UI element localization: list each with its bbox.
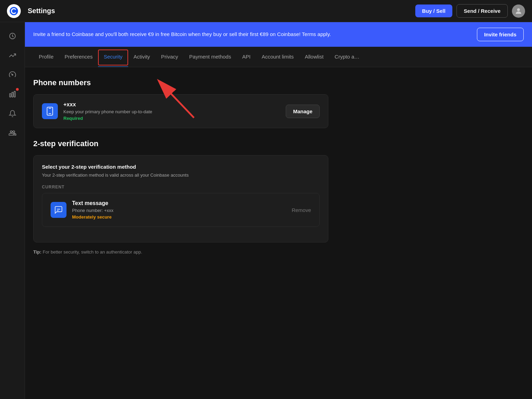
- svg-rect-6: [12, 92, 13, 97]
- header-actions: Buy / Sell Send / Receive: [415, 4, 525, 18]
- two-step-card: Select your 2-step verification method Y…: [33, 155, 328, 242]
- sidebar-item-portfolio[interactable]: [4, 66, 21, 83]
- sidebar-item-charts[interactable]: [4, 86, 21, 103]
- method-phone: Phone number: +xxx: [72, 208, 114, 213]
- tab-preferences[interactable]: Preferences: [59, 47, 98, 67]
- tab-privacy[interactable]: Privacy: [156, 47, 184, 67]
- tip-content: For better security, switch to an authen…: [43, 249, 142, 255]
- tab-payment-methods[interactable]: Payment methods: [184, 47, 237, 67]
- layout: Invite a friend to Coinbase and you'll b…: [0, 22, 532, 399]
- sidebar-item-notifications[interactable]: [4, 105, 21, 122]
- phone-number-value: +xxx: [63, 101, 152, 108]
- tab-allowlist[interactable]: Allowlist: [299, 47, 329, 67]
- notification-badge: [16, 88, 19, 91]
- security-content: Phone numbers +xxx Keep your primary pho…: [25, 67, 337, 266]
- method-title: Text message: [72, 200, 114, 206]
- sidebar-item-referrals[interactable]: [4, 125, 21, 141]
- tab-crypto[interactable]: Crypto a…: [329, 47, 365, 67]
- tip-label: Tip:: [33, 249, 42, 255]
- sidebar-item-trending[interactable]: [4, 47, 21, 64]
- phone-card-left: +xxx Keep your primary phone number up-t…: [42, 101, 152, 121]
- user-avatar[interactable]: [512, 5, 525, 18]
- buy-sell-button[interactable]: Buy / Sell: [415, 5, 453, 17]
- tab-profile[interactable]: Profile: [33, 47, 59, 67]
- header: Settings Buy / Sell Send / Receive: [0, 0, 532, 22]
- send-receive-button[interactable]: Send / Receive: [456, 4, 508, 18]
- phone-numbers-section-title: Phone numbers: [33, 78, 328, 87]
- referral-banner: Invite a friend to Coinbase and you'll b…: [25, 22, 532, 47]
- method-security: Moderately secure: [72, 214, 114, 220]
- svg-rect-5: [9, 94, 11, 97]
- remove-button[interactable]: Remove: [292, 207, 311, 213]
- select-method-desc: Your 2-step verification method is valid…: [42, 172, 320, 178]
- svg-rect-7: [14, 91, 15, 97]
- tab-account-limits[interactable]: Account limits: [256, 47, 299, 67]
- page-title: Settings: [28, 7, 415, 15]
- verify-card-left: Text message Phone number: +xxx Moderate…: [51, 200, 114, 220]
- tab-security[interactable]: Security: [98, 47, 128, 67]
- sidebar-item-history[interactable]: [4, 28, 21, 44]
- svg-point-1: [517, 8, 520, 11]
- select-method-title: Select your 2-step verification method: [42, 164, 320, 170]
- tab-api[interactable]: API: [237, 47, 256, 67]
- svg-point-4: [12, 74, 13, 76]
- tab-activity[interactable]: Activity: [128, 47, 156, 67]
- settings-tabs: Profile Preferences Security Activity Pr…: [25, 47, 532, 67]
- manage-phone-button[interactable]: Manage: [286, 105, 320, 118]
- sidebar: [0, 22, 25, 399]
- text-message-card: Text message Phone number: +xxx Moderate…: [42, 193, 320, 227]
- phone-info: +xxx Keep your primary phone number up-t…: [63, 101, 152, 121]
- message-icon: [51, 202, 66, 218]
- tab-security-wrapper: Security: [98, 47, 128, 67]
- banner-text: Invite a friend to Coinbase and you'll b…: [33, 30, 331, 38]
- coinbase-logo: [7, 4, 21, 18]
- verify-info: Text message Phone number: +xxx Moderate…: [72, 200, 114, 220]
- main-content: Invite a friend to Coinbase and you'll b…: [25, 22, 532, 399]
- phone-icon: [42, 103, 58, 119]
- two-step-section-title: 2-step verification: [33, 139, 328, 148]
- invite-friends-button[interactable]: Invite friends: [477, 28, 524, 41]
- phone-subtitle: Keep your primary phone number up-to-dat…: [63, 109, 152, 114]
- tip-text: Tip: For better security, switch to an a…: [33, 249, 328, 255]
- phone-number-card: +xxx Keep your primary phone number up-t…: [33, 94, 328, 128]
- phone-required-label: Required: [63, 116, 152, 121]
- current-label: CURRENT: [42, 185, 320, 189]
